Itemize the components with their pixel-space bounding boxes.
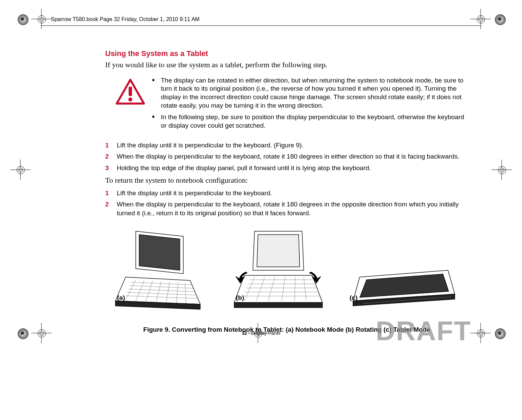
warning-list: • The display can be rotated in either d… [152,76,468,133]
list-item: 3 Holding the top edge of the display pa… [105,164,468,172]
bullet-icon: • [152,76,161,110]
footer-section: - Display Panel [247,330,280,336]
figure-label-b: (b) [236,294,244,302]
reg-mark-top-left [12,9,33,29]
figure-c-tablet [350,263,458,311]
reg-mark-top-right [489,9,510,29]
crosshair-top-right [470,9,491,29]
step-number: 1 [105,189,117,198]
step-number: 3 [105,164,117,172]
step-text: Holding the top edge of the display pane… [117,164,468,172]
step-number: 1 [105,141,117,150]
list-item: 1 Lift the display until it is perpendic… [105,189,468,198]
reg-mark-bottom-left [12,323,33,343]
reg-mark-bottom-right [489,323,510,343]
list-item: 2 When the display is perpendicular to t… [105,152,468,161]
crosshair-bottom-right [470,323,491,343]
figure-b-rotating [231,226,326,311]
return-heading: To return the system to notebook configu… [105,176,468,185]
draft-watermark: DRAFT [376,315,471,347]
svg-rect-1 [129,87,132,96]
warning-item-2: • In the following step, be sure to posi… [152,113,468,130]
svg-marker-20 [257,235,300,267]
step-number: 2 [105,152,117,161]
running-head: Sparrow T580.book Page 32 Friday, Octobe… [51,16,200,22]
crosshair-bottom-left [31,323,52,343]
svg-marker-22 [234,303,322,308]
crosshair-top-left [31,9,52,29]
steps-list-2: 1 Lift the display until it is perpendic… [105,189,468,218]
intro-text: If you would like to use the system as a… [105,60,325,69]
figure-area: (a) [105,223,468,325]
figure-label-c: (c) [350,294,357,302]
page-content: Using the System as a Tablet If you woul… [105,49,468,333]
warning-text-1: The display can be rotated in either dir… [161,76,468,110]
header-rule [41,25,481,26]
step-text: When the display is perpendicular to the… [117,200,468,217]
bullet-icon: • [152,113,161,130]
section-heading: Using the System as a Tablet [105,49,468,58]
list-item: 1 Lift the display until it is perpendic… [105,141,468,150]
page-number: 32 [242,330,247,336]
list-item: 2 When the display is perpendicular to t… [105,200,468,217]
warning-icon [115,78,145,107]
step-number: 2 [105,200,117,217]
intro-paragraph: If you would like to use the system as a… [105,60,468,70]
page-footer: 32 - Display Panel [242,330,280,336]
step-text: Lift the display until it is perpendicul… [117,141,468,150]
figure-a-notebook [112,226,207,311]
warning-block: • The display can be rotated in either d… [115,76,468,133]
svg-marker-21 [234,275,322,303]
svg-marker-5 [115,277,200,304]
crosshair-right [491,160,512,180]
intro-sub: s. [325,64,327,68]
warning-text-2: In the following step, be sure to positi… [161,113,468,130]
steps-list-1: 1 Lift the display until it is perpendic… [105,141,468,172]
step-text: When the display is perpendicular to the… [117,152,468,161]
warning-item-1: • The display can be rotated in either d… [152,76,468,110]
step-text: Lift the display until it is perpendicul… [117,189,468,198]
svg-marker-4 [139,235,180,270]
svg-point-2 [128,97,132,102]
crosshair-left [10,160,31,180]
figure-label-a: (a) [117,294,125,302]
